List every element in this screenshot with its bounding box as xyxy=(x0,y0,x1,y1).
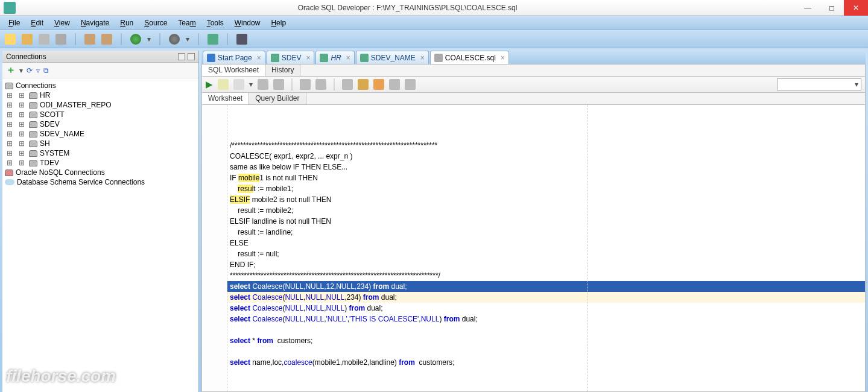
expand-icon[interactable] xyxy=(17,91,27,100)
code-line[interactable] xyxy=(227,324,865,335)
code-line[interactable]: COALESCE( expr1, expr2, ... expr_n ) xyxy=(227,151,865,162)
expand-icon[interactable] xyxy=(5,149,14,157)
menu-source[interactable]: Source xyxy=(139,17,172,28)
format-icon[interactable] xyxy=(389,79,400,90)
describe-icon[interactable] xyxy=(405,79,416,90)
editor-tab[interactable]: SDEV× xyxy=(267,51,315,64)
expand-icon[interactable] xyxy=(17,101,27,109)
close-tab-icon[interactable]: × xyxy=(306,54,310,62)
chevron-down-icon[interactable]: ▾ xyxy=(186,35,189,43)
code-line[interactable]: select Coalesce(NULL,NULL,NULL) from dua… xyxy=(227,303,865,314)
tree-cloud[interactable]: Database Schema Service Connections xyxy=(4,177,197,187)
wstab-querybuilder[interactable]: Query Builder xyxy=(249,93,306,104)
menu-view[interactable]: View xyxy=(49,17,75,28)
clear-icon[interactable] xyxy=(373,79,384,90)
subtab-history[interactable]: History xyxy=(265,65,300,76)
tree-root[interactable]: Connections xyxy=(4,81,197,90)
close-tab-icon[interactable]: × xyxy=(346,54,350,62)
code-line[interactable]: select name,loc,coalesce(mobile1,mobile2… xyxy=(227,357,865,368)
tree-connection[interactable]: SDEV_NAME xyxy=(4,129,197,139)
expand-icon[interactable] xyxy=(17,159,27,167)
code-line[interactable]: result := mobile2; xyxy=(227,205,865,216)
code-editor[interactable]: /***************************************… xyxy=(201,105,866,392)
expand-icon[interactable] xyxy=(5,130,14,138)
code-line[interactable]: ELSE xyxy=(227,238,865,248)
code-line[interactable]: ELSIF landline is not null THEN xyxy=(227,216,865,227)
expand-icon[interactable] xyxy=(17,139,27,148)
tree-connection[interactable]: TDEV xyxy=(4,158,197,168)
code-line[interactable]: ****************************************… xyxy=(227,270,865,281)
close-tab-icon[interactable]: × xyxy=(420,54,425,62)
panel-minimize-icon[interactable] xyxy=(178,53,185,60)
sqlhistory-icon[interactable] xyxy=(342,79,353,90)
chevron-down-icon[interactable]: ▾ xyxy=(147,35,151,43)
tree-connection[interactable]: SH xyxy=(4,139,197,148)
unshared-icon[interactable] xyxy=(315,79,326,90)
commit-icon[interactable] xyxy=(273,79,284,90)
new-connection-icon[interactable]: ＋ xyxy=(6,64,16,77)
run-script-icon[interactable] xyxy=(218,79,229,90)
code-line[interactable]: select Coalesce(NULL,NULL,12,NULL,234) f… xyxy=(227,281,865,292)
explain-plan-icon[interactable] xyxy=(233,79,244,90)
menu-edit[interactable]: Edit xyxy=(26,17,48,28)
code-line[interactable]: result := mobile1; xyxy=(227,183,865,194)
new-icon[interactable] xyxy=(5,34,16,45)
filter-icon[interactable]: ▿ xyxy=(36,66,40,75)
undo-icon[interactable] xyxy=(84,34,95,45)
code-line[interactable]: result := landline; xyxy=(227,227,865,238)
rollback-icon[interactable] xyxy=(300,79,311,90)
code-line[interactable]: select Coalesce(NULL,NULL,NULL,234) from… xyxy=(227,292,865,303)
expand-icon[interactable] xyxy=(5,91,14,100)
chevron-down-icon[interactable]: ▾ xyxy=(249,80,253,89)
subtab-sqlworksheet[interactable]: SQL Worksheet xyxy=(202,65,265,76)
connection-dropdown[interactable]: ▾ xyxy=(777,78,861,90)
expand-icon[interactable] xyxy=(5,139,14,148)
code-line[interactable]: select Coalesce(NULL,NULL,'NULL','THIS I… xyxy=(227,314,865,324)
panel-restore-icon[interactable] xyxy=(188,53,195,60)
case-icon[interactable] xyxy=(358,79,369,90)
editor-tab[interactable]: HR× xyxy=(315,51,354,64)
expand-icon[interactable] xyxy=(5,159,14,167)
tree-connection[interactable]: HR xyxy=(4,90,197,100)
open-icon[interactable] xyxy=(22,34,33,45)
close-tab-icon[interactable]: × xyxy=(257,54,261,62)
code-line[interactable]: ELSIF mobile2 is not null THEN xyxy=(227,194,865,205)
code-line[interactable]: /***************************************… xyxy=(227,140,865,151)
code-area[interactable]: /***************************************… xyxy=(227,105,865,391)
saveall-icon[interactable] xyxy=(55,34,66,45)
expand-icon[interactable] xyxy=(5,110,14,119)
folder-icon[interactable]: ⧉ xyxy=(43,66,49,75)
code-line[interactable] xyxy=(227,346,865,357)
expand-icon[interactable] xyxy=(17,130,27,138)
code-line[interactable]: result := null; xyxy=(227,248,865,259)
binoculars-icon[interactable] xyxy=(236,34,247,45)
autotrace-icon[interactable] xyxy=(258,79,268,90)
wstab-worksheet[interactable]: Worksheet xyxy=(202,93,249,104)
refresh-icon[interactable]: ⟳ xyxy=(27,66,33,75)
close-tab-icon[interactable]: × xyxy=(501,54,505,62)
expand-icon[interactable] xyxy=(17,110,27,119)
debug-icon[interactable] xyxy=(169,34,180,45)
expand-icon[interactable] xyxy=(5,101,14,109)
menu-run[interactable]: Run xyxy=(115,17,138,28)
maximize-button[interactable]: ◻ xyxy=(820,0,844,16)
menu-file[interactable]: File xyxy=(4,17,25,28)
menu-navigate[interactable]: Navigate xyxy=(76,17,114,28)
menu-team[interactable]: Team xyxy=(173,17,200,28)
expand-icon[interactable] xyxy=(5,120,14,128)
menu-tools[interactable]: Tools xyxy=(202,17,229,28)
redo-icon[interactable] xyxy=(101,34,112,45)
expand-icon[interactable] xyxy=(17,149,27,157)
code-line[interactable]: IF mobile1 is not null THEN xyxy=(227,172,865,183)
run-icon[interactable] xyxy=(130,34,141,45)
close-button[interactable]: ✕ xyxy=(844,0,868,16)
menu-window[interactable]: Window xyxy=(230,17,265,28)
editor-tab[interactable]: Start Page× xyxy=(203,51,265,64)
save-icon[interactable] xyxy=(39,34,49,45)
tree-connection[interactable]: SDEV xyxy=(4,119,197,129)
minimize-button[interactable]: — xyxy=(796,0,820,16)
menu-help[interactable]: Help xyxy=(266,17,291,28)
tree-connection[interactable]: SYSTEM xyxy=(4,148,197,158)
tree-nosql[interactable]: Oracle NoSQL Connections xyxy=(4,168,197,177)
connection-tree[interactable]: Connections HRODI_MASTER_REPOSCOTTSDEVSD… xyxy=(2,78,198,392)
